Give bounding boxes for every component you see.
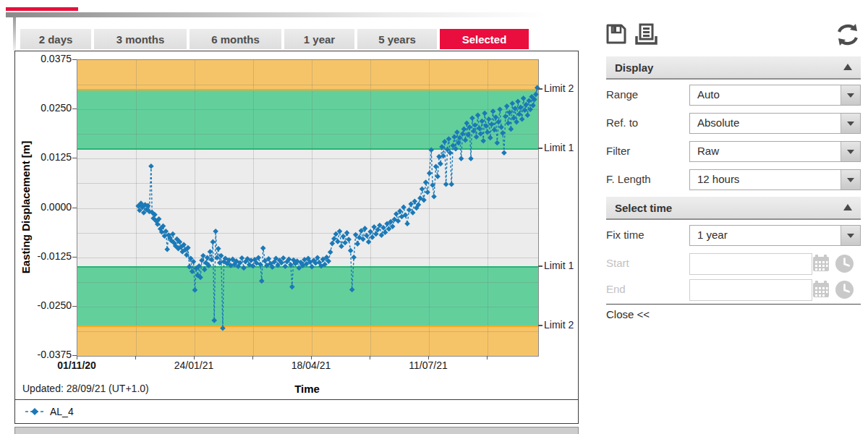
row-end: End bbox=[606, 279, 861, 301]
y-tick bbox=[72, 208, 77, 208]
collapse-arrow-icon[interactable] bbox=[843, 204, 852, 210]
ref-to-label: Ref. to bbox=[606, 116, 638, 129]
limit-tick bbox=[538, 325, 542, 326]
row-fix-time: Fix time 1 year bbox=[606, 225, 861, 247]
x-tick-label: 01/11/20 bbox=[44, 359, 109, 371]
time-range-tabs: 2 days3 months6 months1 year5 yearsSelec… bbox=[20, 29, 529, 49]
x-axis-title: Time bbox=[77, 383, 537, 395]
limit-label: Limit 1 bbox=[544, 142, 574, 153]
y-tick-label: 0.0000 bbox=[20, 201, 72, 213]
x-tick bbox=[487, 356, 488, 359]
range-select[interactable]: Auto bbox=[689, 85, 861, 106]
print-icon[interactable] bbox=[634, 22, 658, 46]
end-date-input[interactable] bbox=[689, 279, 812, 301]
x-tick-label: 18/04/21 bbox=[278, 359, 344, 371]
x-tick bbox=[311, 356, 312, 359]
legend-label: AL_4 bbox=[50, 406, 74, 417]
section-title: Display bbox=[615, 61, 653, 74]
calendar-icon[interactable] bbox=[812, 280, 830, 299]
end-label: End bbox=[606, 283, 626, 295]
y-tick bbox=[72, 306, 77, 307]
collapse-arrow-icon[interactable] bbox=[843, 64, 852, 70]
f-length-label: F. Length bbox=[606, 173, 651, 185]
fix-time-label: Fix time bbox=[606, 229, 644, 241]
data-series-al4 bbox=[77, 60, 538, 356]
tab-5-years[interactable]: 5 years bbox=[357, 29, 437, 49]
row-range: Range Auto bbox=[606, 85, 861, 106]
x-tick-label: 11/07/21 bbox=[396, 359, 461, 371]
limit-label: Limit 1 bbox=[544, 260, 574, 271]
refresh-icon[interactable] bbox=[833, 20, 862, 49]
legend-marker-icon bbox=[25, 407, 44, 416]
dropdown-arrow-icon[interactable] bbox=[841, 142, 860, 161]
start-label: Start bbox=[606, 257, 629, 269]
section-title: Select time bbox=[615, 202, 672, 214]
tab-2-days[interactable]: 2 days bbox=[20, 29, 91, 49]
dropdown-arrow-icon[interactable] bbox=[841, 85, 860, 105]
y-tick-label: 0.0375 bbox=[20, 53, 72, 64]
y-tick-label: -0.0125 bbox=[20, 250, 72, 262]
tab-1-year[interactable]: 1 year bbox=[284, 29, 354, 49]
dropdown-arrow-icon[interactable] bbox=[841, 114, 860, 133]
limit-label: Limit 2 bbox=[544, 319, 574, 331]
x-tick bbox=[135, 356, 136, 359]
row-ref-to: Ref. to Absolute bbox=[606, 113, 861, 135]
filter-select[interactable]: Raw bbox=[689, 141, 861, 162]
calendar-icon[interactable] bbox=[812, 254, 830, 273]
y-tick-label: 0.0250 bbox=[20, 102, 72, 114]
y-tick bbox=[72, 109, 77, 109]
close-panel-link[interactable]: Close << bbox=[606, 308, 650, 320]
active-tab-indicator bbox=[6, 7, 78, 11]
y-tick bbox=[72, 158, 77, 158]
tab-3-months[interactable]: 3 months bbox=[94, 29, 187, 49]
limit-tick bbox=[538, 88, 542, 90]
plot-area[interactable] bbox=[77, 59, 539, 357]
dropdown-arrow-icon[interactable] bbox=[841, 226, 860, 245]
fix-time-select[interactable]: 1 year bbox=[689, 225, 861, 246]
frame-gradient-bar bbox=[6, 12, 547, 17]
x-tick bbox=[252, 356, 253, 359]
chart-container: Easting Displacement [m] Updated: 28/09/… bbox=[14, 51, 579, 401]
x-tick bbox=[370, 356, 370, 359]
tab-selected[interactable]: Selected bbox=[440, 29, 529, 49]
bottom-panel-edge bbox=[14, 427, 579, 434]
row-f-length: F. Length 12 hours bbox=[606, 169, 861, 191]
tab-6-months[interactable]: 6 months bbox=[190, 29, 281, 49]
clock-icon[interactable] bbox=[835, 254, 854, 273]
legend-box: AL_4 bbox=[14, 399, 579, 424]
y-tick-label: -0.0375 bbox=[20, 349, 72, 360]
limit-label: Limit 2 bbox=[544, 82, 574, 94]
limit-tick bbox=[538, 265, 542, 267]
y-tick-label: 0.0125 bbox=[20, 151, 72, 163]
range-label: Range bbox=[606, 88, 638, 101]
x-tick-label: 24/01/21 bbox=[161, 359, 226, 371]
f-length-select[interactable]: 12 hours bbox=[689, 169, 861, 190]
y-tick-label: -0.0250 bbox=[20, 299, 72, 311]
save-icon[interactable] bbox=[605, 22, 628, 46]
ref-to-select[interactable]: Absolute bbox=[689, 113, 861, 134]
dropdown-arrow-icon[interactable] bbox=[841, 170, 860, 190]
y-tick bbox=[72, 257, 77, 258]
y-tick bbox=[72, 59, 77, 60]
x-tick bbox=[428, 356, 429, 359]
panel-divider bbox=[606, 304, 861, 305]
x-tick bbox=[77, 356, 77, 359]
row-start: Start bbox=[606, 253, 861, 275]
section-header-display[interactable]: Display bbox=[606, 56, 861, 80]
start-date-input[interactable] bbox=[689, 253, 812, 275]
clock-icon[interactable] bbox=[835, 280, 854, 299]
filter-label: Filter bbox=[606, 145, 630, 157]
section-header-select-time[interactable]: Select time bbox=[606, 197, 861, 220]
limit-tick bbox=[538, 148, 542, 149]
row-filter: Filter Raw bbox=[606, 141, 861, 163]
x-tick bbox=[194, 356, 195, 359]
